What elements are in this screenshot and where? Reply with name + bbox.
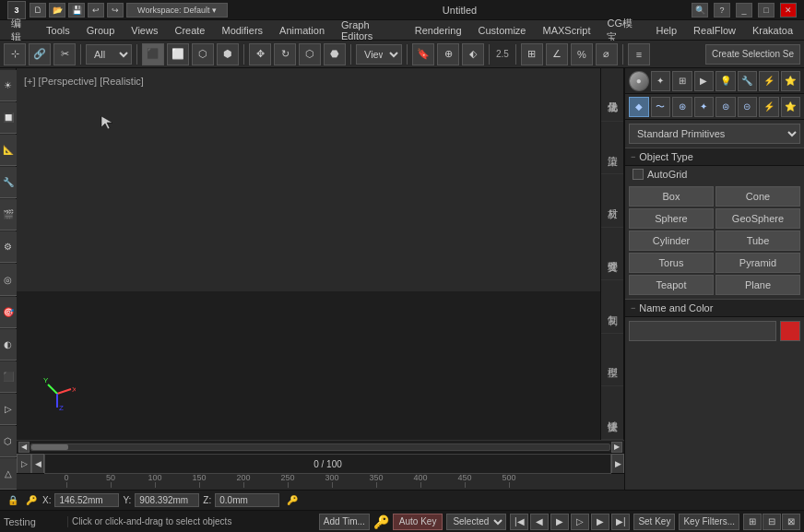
- extra-icon-1[interactable]: ⊞: [743, 514, 762, 530]
- filter-select[interactable]: All: [86, 44, 132, 65]
- pb-next-frame[interactable]: ▶: [591, 514, 609, 530]
- workspace-btn[interactable]: Workspace: Default ▾: [126, 3, 228, 18]
- lock-icon[interactable]: 🔒: [6, 493, 20, 508]
- menu-views[interactable]: Views: [124, 23, 165, 38]
- menu-graph-editors[interactable]: Graph Editors: [334, 18, 406, 43]
- obj-box[interactable]: Box: [629, 186, 714, 207]
- pb-goto-end[interactable]: ▶|: [611, 514, 630, 530]
- left-icon-9[interactable]: ◐: [0, 329, 17, 361]
- menu-customize[interactable]: Customize: [471, 23, 534, 38]
- x-value[interactable]: 146.52mm: [54, 493, 119, 507]
- pis-patch[interactable]: ⊜: [715, 97, 736, 117]
- redo-btn[interactable]: ↪: [107, 3, 124, 18]
- tb-angle-snap[interactable]: ∠: [546, 43, 568, 65]
- y-value[interactable]: 908.392mm: [135, 493, 199, 507]
- pb-goto-start[interactable]: |◀: [510, 514, 528, 530]
- cn-label-6[interactable]: 快捷键: [601, 386, 623, 440]
- left-icon-11[interactable]: ▷: [0, 394, 17, 425]
- tl-expand-arrow[interactable]: ▷: [17, 454, 31, 474]
- tb-pct-snap[interactable]: %: [571, 43, 593, 65]
- help-btn[interactable]: ?: [714, 3, 730, 18]
- maximize-btn[interactable]: □: [758, 3, 774, 18]
- pis-particle[interactable]: ✦: [694, 97, 715, 117]
- menu-modifiers[interactable]: Modifiers: [214, 23, 270, 38]
- z-value[interactable]: 0.0mm: [215, 493, 279, 507]
- obj-cone[interactable]: Cone: [715, 186, 800, 207]
- cn-label-1[interactable]: 渲染: [601, 122, 623, 175]
- tb-bookmark[interactable]: 🔖: [412, 43, 434, 65]
- selected-select[interactable]: Selected: [446, 514, 506, 530]
- menu-rendering[interactable]: Rendering: [408, 23, 469, 38]
- extra-icon-3[interactable]: ⊠: [782, 514, 800, 530]
- menu-animation[interactable]: Animation: [272, 23, 332, 38]
- search-btn[interactable]: 🔍: [692, 3, 708, 18]
- cn-label-2[interactable]: 材质: [601, 174, 623, 228]
- color-swatch[interactable]: [780, 321, 800, 341]
- close-btn[interactable]: ✕: [780, 3, 797, 18]
- extra-icon-2[interactable]: ⊟: [763, 514, 781, 530]
- tb-select-filter[interactable]: ⊹: [4, 43, 26, 65]
- tb-named-sel[interactable]: ≡: [628, 43, 650, 65]
- pb-play-sel[interactable]: ▷: [571, 514, 589, 530]
- tb-select-region[interactable]: ⬜: [167, 43, 189, 65]
- cn-label-0[interactable]: 场景优化: [601, 68, 623, 122]
- panel-icon-motion[interactable]: ▶: [694, 71, 715, 91]
- obj-geosphere[interactable]: GeoSphere: [715, 208, 800, 229]
- tb-lasso[interactable]: ⬡: [192, 43, 214, 65]
- scroll-right-arrow[interactable]: ▶: [611, 442, 622, 453]
- menu-create[interactable]: Create: [167, 23, 212, 38]
- panel-icon-display[interactable]: 💡: [715, 71, 736, 91]
- left-icon-8[interactable]: 🎯: [0, 297, 17, 328]
- tb-link[interactable]: 🔗: [29, 43, 51, 65]
- tb-snap[interactable]: ⊞: [521, 43, 543, 65]
- auto-key-btn[interactable]: Auto Key: [393, 514, 443, 530]
- left-icon-1[interactable]: ☀: [0, 70, 17, 101]
- undo-btn[interactable]: ↩: [88, 3, 104, 18]
- cn-label-3[interactable]: 文件管理: [601, 228, 623, 281]
- panel-icon-modify[interactable]: ✦: [651, 71, 671, 91]
- save-btn[interactable]: 💾: [68, 3, 85, 18]
- obj-teapot[interactable]: Teapot: [629, 275, 714, 295]
- cn-label-5[interactable]: 模型: [601, 334, 623, 387]
- left-icon-4[interactable]: 🔧: [0, 167, 17, 198]
- menu-tools[interactable]: Tools: [39, 23, 77, 38]
- tb-select-btn[interactable]: ⬛: [142, 43, 164, 65]
- left-icon-3[interactable]: 📐: [0, 135, 17, 166]
- tb-rotate[interactable]: ↻: [274, 43, 296, 65]
- menu-maxscript[interactable]: MAXScript: [536, 23, 598, 38]
- object-name-input[interactable]: [629, 321, 776, 341]
- obj-torus[interactable]: Torus: [629, 253, 714, 273]
- menu-group[interactable]: Group: [79, 23, 123, 38]
- pis-compound[interactable]: ⊛: [672, 97, 692, 117]
- panel-icon-utilities[interactable]: 🔧: [738, 71, 758, 91]
- menu-realflow[interactable]: RealFlow: [686, 23, 743, 38]
- pb-play[interactable]: ▶: [550, 514, 569, 530]
- cn-label-4[interactable]: 复制: [601, 280, 623, 334]
- tb-pivot[interactable]: ⊕: [437, 43, 459, 65]
- menu-krakatoa[interactable]: Krakatoa: [745, 23, 800, 38]
- key-icon-bottom[interactable]: 🔑: [373, 514, 389, 529]
- panel-icon-extra1[interactable]: ⚡: [759, 71, 779, 91]
- tl-start-arrow[interactable]: ◀: [31, 454, 44, 474]
- key-icon[interactable]: 🔑: [24, 493, 39, 508]
- menu-help[interactable]: Help: [648, 23, 684, 38]
- autogrid-checkbox[interactable]: [633, 169, 644, 180]
- pb-prev-frame[interactable]: ◀: [530, 514, 549, 530]
- tl-end-arrow[interactable]: ▶: [611, 454, 624, 474]
- left-icon-6[interactable]: ⚙: [0, 231, 17, 263]
- primitives-select[interactable]: Standard Primitives: [629, 124, 800, 144]
- set-key-btn[interactable]: Set Key: [633, 514, 675, 530]
- timeline-track[interactable]: 0 / 100: [44, 454, 611, 474]
- tb-place[interactable]: ⬣: [324, 43, 346, 65]
- scroll-track[interactable]: [30, 443, 610, 451]
- add-time-btn[interactable]: Add Tim...: [319, 514, 370, 530]
- key-filters-btn[interactable]: Key Filters...: [679, 514, 739, 530]
- minimize-btn[interactable]: _: [736, 3, 752, 18]
- pis-dynamics[interactable]: ⚡: [759, 97, 779, 117]
- left-icon-2[interactable]: 🔲: [0, 102, 17, 134]
- left-icon-5[interactable]: 🎬: [0, 199, 17, 231]
- tb-unlink[interactable]: ✂: [53, 43, 76, 65]
- obj-cylinder[interactable]: Cylinder: [629, 231, 714, 251]
- obj-plane[interactable]: Plane: [715, 275, 800, 295]
- obj-pyramid[interactable]: Pyramid: [715, 253, 800, 273]
